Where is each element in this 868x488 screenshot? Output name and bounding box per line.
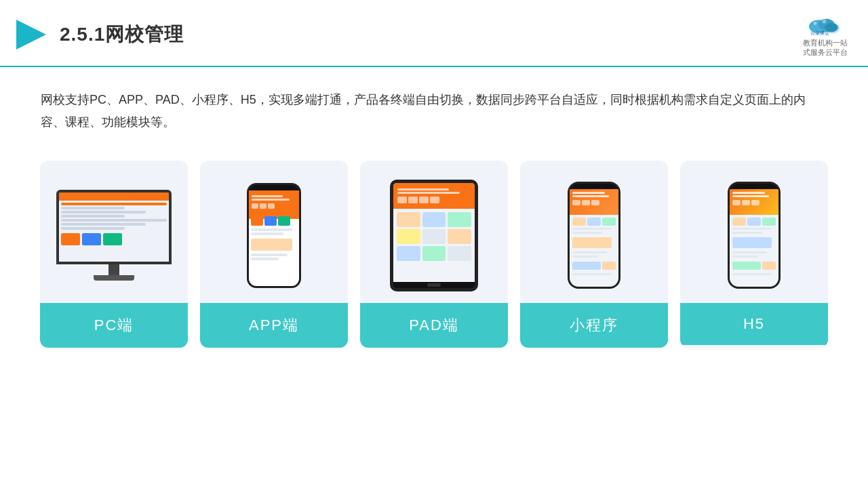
phone-miniprogram-icon <box>568 182 620 289</box>
card-h5-label: H5 <box>680 303 828 345</box>
page-header: 2.5.1网校管理 云朵课堂 教育机构一站式服务云平台 <box>0 0 868 67</box>
svg-marker-0 <box>16 20 46 49</box>
pc-monitor-icon <box>56 190 172 281</box>
phone-h5-icon <box>728 182 781 289</box>
card-miniprogram-image <box>520 161 668 303</box>
logo-area: 云朵课堂 教育机构一站式服务云平台 <box>803 12 848 58</box>
header-left: 2.5.1网校管理 <box>14 17 184 52</box>
card-h5-image <box>680 161 828 303</box>
card-miniprogram: 小程序 <box>520 161 668 348</box>
svg-point-7 <box>814 22 817 25</box>
card-h5: H5 <box>680 161 828 348</box>
svg-point-8 <box>823 20 827 24</box>
logo-subtitle: 教育机构一站式服务云平台 <box>803 38 848 58</box>
card-miniprogram-label: 小程序 <box>520 303 668 348</box>
description-text: 网校支持PC、APP、PAD、小程序、H5，实现多端打通，产品各终端自由切换，数… <box>0 67 868 148</box>
pad-device-icon <box>390 180 478 291</box>
platform-cards: PC端 <box>0 147 868 348</box>
card-pc-label: PC端 <box>40 303 188 348</box>
card-pad: PAD端 <box>360 161 508 348</box>
desc-content: 网校支持PC、APP、PAD、小程序、H5，实现多端打通，产品各终端自由切换，数… <box>41 93 806 129</box>
card-pc-image <box>40 161 188 303</box>
play-icon <box>14 17 49 52</box>
card-pad-image <box>360 161 508 303</box>
page-title: 2.5.1网校管理 <box>60 22 184 47</box>
card-app-label: APP端 <box>200 303 348 348</box>
svg-text:云朵课堂: 云朵课堂 <box>810 30 829 35</box>
card-app: APP端 <box>200 161 348 348</box>
card-app-image <box>200 161 348 303</box>
card-pc: PC端 <box>40 161 188 348</box>
cloud-logo-icon: 云朵课堂 <box>805 12 846 37</box>
card-pad-label: PAD端 <box>360 303 508 348</box>
phone-app-icon <box>247 183 301 288</box>
